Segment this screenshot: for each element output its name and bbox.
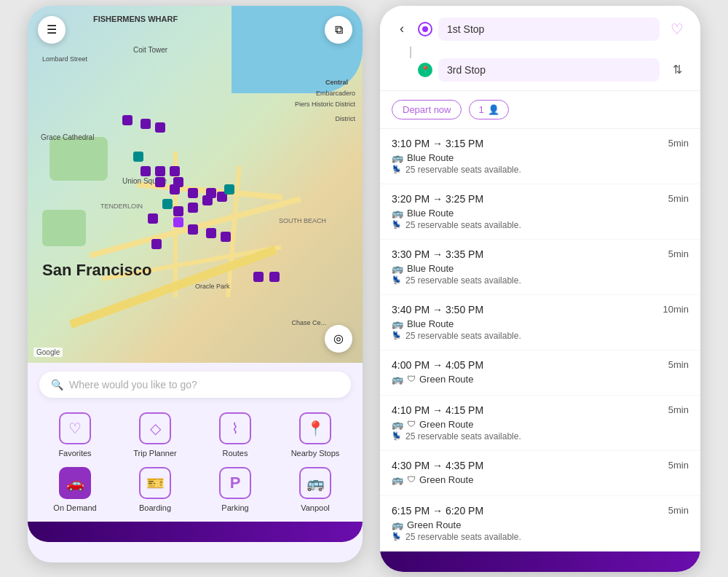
bus-marker	[122, 115, 132, 125]
nav-item-vanpool[interactable]: 🚌 Vanpool	[280, 467, 351, 513]
district-label: District	[336, 115, 356, 122]
trip-planner-icon: ◇	[139, 412, 171, 444]
layers-icon: ⧉	[335, 23, 343, 36]
seat-icon: 💺	[392, 431, 402, 441]
favorites-icon: ♡	[59, 412, 91, 444]
nav-item-parking[interactable]: P Parking	[199, 467, 271, 513]
stop2-input[interactable]	[438, 58, 660, 82]
seats-row: 💺25 reservable seats available.	[392, 275, 689, 286]
schedule-duration: 5min	[668, 505, 689, 516]
vanpool-icon: 🚌	[299, 467, 331, 499]
bus-marker	[155, 122, 165, 133]
nav-item-favorites[interactable]: ♡ Favorites	[39, 412, 111, 458]
schedule-duration: 5min	[668, 359, 689, 370]
coit-tower-label: Coit Tower	[133, 46, 167, 54]
bus-marker	[188, 224, 198, 235]
menu-button[interactable]: ☰	[38, 16, 66, 44]
schedule-time: 6:15 PM → 6:20 PM	[392, 505, 483, 517]
layers-button[interactable]: ⧉	[325, 16, 352, 44]
seats-text: 25 reservable seats available.	[405, 220, 521, 230]
location-pin-icon: 📍	[421, 66, 430, 74]
swap-button[interactable]: ⇅	[665, 58, 689, 82]
bus-marker	[202, 195, 213, 205]
back-button[interactable]: ‹	[392, 19, 412, 39]
schedule-duration: 10min	[663, 304, 689, 315]
tenderloin-label: TENDERLOIN	[100, 203, 143, 210]
schedule-item[interactable]: 4:10 PM → 4:15 PM5min🚌🛡Green Route💺25 re…	[380, 396, 700, 451]
seats-text: 25 reservable seats available.	[405, 431, 521, 441]
bus-marker	[170, 166, 180, 176]
depart-now-filter[interactable]: Depart now	[392, 100, 462, 119]
route-name: Blue Route	[407, 263, 454, 274]
passengers-count: 1	[478, 104, 483, 115]
schedule-item[interactable]: 4:30 PM → 4:35 PM5min🚌🛡Green Route	[380, 451, 700, 496]
search-icon: 🔍	[51, 379, 63, 390]
nearby-stops-icon: 📍	[299, 412, 331, 444]
nav-item-nearby-stops[interactable]: 📍 Nearby Stops	[280, 412, 351, 458]
left-phone: FISHERMENS WHARF Lombard Street Coit Tow…	[28, 6, 363, 562]
vanpool-label: Vanpool	[301, 503, 330, 513]
google-logo: Google	[33, 348, 63, 357]
schedule-duration: 5min	[668, 193, 689, 204]
depart-now-label: Depart now	[403, 104, 451, 115]
filter-row: Depart now 1 👤	[380, 91, 700, 129]
stop-row-2: 📍 ⇅	[392, 58, 689, 82]
favorites-label: Favorites	[58, 449, 91, 458]
route-name: Blue Route	[407, 318, 454, 329]
route-name: Blue Route	[407, 208, 454, 219]
bus-icon: 🚌	[392, 419, 403, 430]
bus-marker	[141, 119, 151, 129]
schedule-time: 3:30 PM → 3:35 PM	[392, 248, 483, 260]
embarcadero-label: Embarcadero	[316, 90, 355, 97]
schedule-time: 4:10 PM → 4:15 PM	[392, 404, 483, 416]
nav-item-on-demand[interactable]: 🚗 On Demand	[39, 467, 111, 513]
schedule-item[interactable]: 6:15 PM → 6:20 PM5min🚌Green Route💺25 res…	[380, 496, 700, 552]
bus-marker	[141, 166, 151, 176]
schedule-item[interactable]: 4:00 PM → 4:05 PM5min🚌🛡Green Route	[380, 350, 700, 396]
bus-icon: 🚌	[392, 374, 403, 385]
schedule-item[interactable]: 3:20 PM → 3:25 PM5min🚌Blue Route💺25 rese…	[380, 184, 700, 240]
nav-item-trip-planner[interactable]: ◇ Trip Planner	[119, 412, 191, 458]
seats-row: 💺25 reservable seats available.	[392, 431, 689, 441]
route-name: Green Route	[419, 474, 473, 485]
schedule-item[interactable]: 3:10 PM → 3:15 PM5min🚌Blue Route💺25 rese…	[380, 129, 700, 184]
stop1-input[interactable]	[438, 17, 660, 41]
fishermans-wharf-label: FISHERMENS WHARF	[93, 15, 178, 23]
schedule-item[interactable]: 3:40 PM → 3:50 PM10min🚌Blue Route💺25 res…	[380, 295, 700, 350]
nav-grid-top: ♡ Favorites ◇ Trip Planner ⌇ Routes 📍 Ne…	[39, 412, 351, 458]
stop2-icon: 📍	[418, 63, 432, 77]
schedule-time: 4:00 PM → 4:05 PM	[392, 359, 483, 371]
schedule-item[interactable]: 3:30 PM → 3:35 PM5min🚌Blue Route💺25 rese…	[380, 240, 700, 295]
heart-button[interactable]: ♡	[665, 17, 689, 41]
search-bar[interactable]: 🔍 Where would you like to go?	[39, 372, 351, 398]
lombard-label: Lombard Street	[42, 55, 87, 63]
seats-text: 25 reservable seats available.	[405, 532, 521, 542]
schedule-list: 3:10 PM → 3:15 PM5min🚌Blue Route💺25 rese…	[380, 129, 700, 552]
bus-icon: 🚌	[392, 208, 403, 219]
hamburger-icon: ☰	[47, 23, 57, 36]
bus-marker-teal	[162, 199, 173, 209]
shield-icon: 🛡	[407, 374, 416, 384]
map-area: FISHERMENS WHARF Lombard Street Coit Tow…	[28, 6, 363, 363]
bottom-section: 🔍 Where would you like to go? ♡ Favorite…	[28, 363, 363, 513]
route-name: Blue Route	[407, 152, 454, 163]
passengers-filter[interactable]: 1 👤	[469, 100, 508, 119]
search-placeholder: Where would you like to go?	[69, 379, 197, 390]
bus-marker	[206, 228, 216, 238]
parking-label: Parking	[221, 503, 248, 513]
locate-button[interactable]: ◎	[325, 325, 352, 353]
nav-item-routes[interactable]: ⌇ Routes	[199, 412, 271, 458]
seat-icon: 💺	[392, 532, 402, 541]
grace-label: Grace Cathedral	[41, 133, 94, 141]
nav-item-boarding[interactable]: 🎫 Boarding	[119, 467, 191, 513]
seats-row: 💺25 reservable seats available.	[392, 165, 689, 175]
bus-icon: 🚌	[392, 318, 403, 329]
bus-marker	[155, 177, 165, 187]
route-name: Green Route	[419, 374, 473, 385]
seat-icon: 💺	[392, 165, 402, 174]
shield-icon: 🛡	[407, 474, 416, 484]
piers-label: Piers Historic District	[295, 101, 355, 108]
central-label: Central	[325, 79, 348, 86]
trip-planner-label: Trip Planner	[133, 449, 177, 458]
oracle-label: Oracle Park	[195, 283, 230, 290]
